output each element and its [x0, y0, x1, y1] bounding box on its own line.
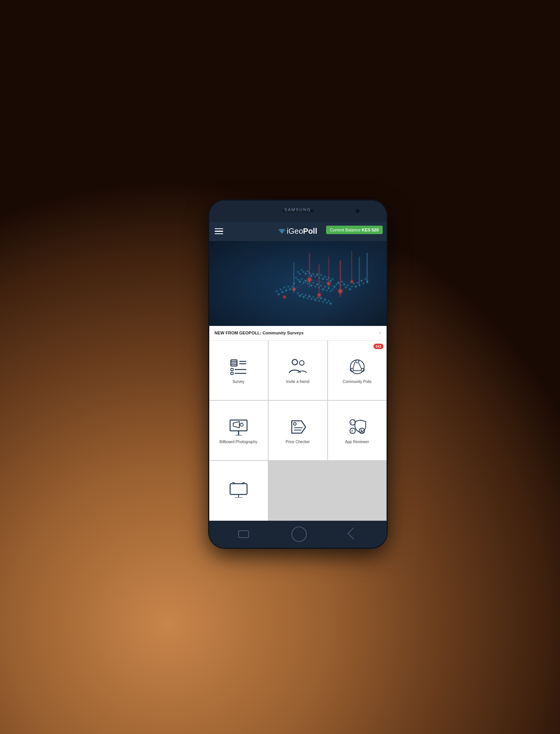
hero-banner: [209, 241, 387, 326]
grid-cell-community-polls[interactable]: 241: [328, 341, 387, 400]
svg-point-25: [305, 280, 306, 282]
balance-badge: Current Balance KES 520: [326, 226, 383, 234]
world-map-visual: [209, 241, 387, 326]
svg-point-15: [324, 276, 325, 277]
survey-icon: [229, 358, 249, 376]
svg-point-69: [299, 295, 301, 297]
app-header: iGeoPoll Current Balance KES 520: [209, 222, 387, 241]
phone-top-bezel: [209, 201, 387, 222]
svg-point-30: [314, 286, 316, 287]
svg-point-39: [332, 289, 333, 290]
svg-point-56: [365, 278, 366, 279]
news-arrow-icon: ›: [379, 330, 381, 336]
svg-point-11: [316, 274, 318, 275]
svg-point-37: [328, 287, 330, 289]
balance-label: Current Balance: [330, 228, 361, 232]
svg-point-76: [313, 296, 314, 297]
svg-text:📞: 📞: [360, 429, 365, 434]
svg-point-64: [282, 291, 283, 293]
svg-point-51: [355, 286, 357, 287]
home-button[interactable]: [291, 526, 307, 542]
svg-point-117: [299, 361, 304, 365]
svg-point-6: [307, 270, 308, 272]
svg-rect-96: [340, 260, 341, 297]
invite-icon: [288, 358, 308, 376]
grid-cell-tv[interactable]: [209, 461, 268, 520]
grid-cell-app-reviewer[interactable]: t f 📞 App Reviewer: [328, 401, 387, 460]
svg-point-19: [332, 278, 333, 279]
svg-point-62: [286, 290, 287, 291]
svg-point-85: [330, 303, 331, 304]
svg-point-20: [295, 277, 296, 278]
svg-point-33: [320, 285, 321, 286]
svg-point-63: [284, 287, 285, 288]
svg-point-21: [297, 279, 298, 280]
svg-point-9: [313, 273, 314, 274]
price-checker-label: Price Checker: [286, 439, 310, 444]
news-banner[interactable]: NEW FROM GEOPOLL: Community Surveys ›: [209, 326, 387, 341]
svg-point-119: [356, 360, 359, 363]
svg-point-8: [311, 275, 312, 277]
svg-point-50: [353, 283, 354, 284]
svg-point-84: [328, 300, 329, 301]
svg-point-74: [309, 295, 310, 297]
wifi-icon: [278, 229, 285, 234]
grid-cell-billboard[interactable]: Billboard Photography: [209, 401, 268, 460]
survey-label: Survey: [232, 379, 244, 384]
svg-point-18: [330, 280, 331, 282]
svg-point-55: [363, 283, 364, 284]
price-icon: [288, 418, 308, 436]
svg-rect-97: [351, 251, 352, 283]
billboard-label: Billboard Photography: [219, 439, 257, 444]
svg-point-13: [320, 274, 321, 275]
invite-label: Invite a friend: [286, 379, 309, 384]
svg-point-92: [283, 295, 286, 298]
svg-point-45: [343, 283, 345, 285]
polls-icon: [347, 358, 367, 376]
svg-rect-98: [293, 262, 294, 293]
svg-point-71: [303, 296, 304, 298]
grid-cell-survey[interactable]: Survey: [209, 341, 268, 400]
svg-point-77: [314, 299, 316, 300]
hamburger-menu[interactable]: [215, 228, 223, 235]
recent-apps-button[interactable]: [238, 530, 249, 538]
svg-point-70: [301, 294, 302, 295]
svg-point-75: [311, 298, 312, 299]
svg-point-4: [303, 271, 304, 272]
svg-rect-99: [359, 256, 360, 285]
svg-point-83: [326, 302, 327, 303]
svg-rect-93: [309, 253, 310, 287]
svg-point-29: [313, 282, 314, 283]
svg-point-3: [301, 269, 302, 270]
svg-text:t: t: [351, 421, 352, 425]
phone-device: SAMSUNG: [209, 201, 387, 548]
back-button[interactable]: [347, 527, 359, 539]
svg-point-16: [326, 279, 327, 280]
svg-point-41: [336, 283, 337, 285]
phone-bottom-bezel: [209, 521, 387, 548]
svg-point-81: [322, 301, 323, 302]
svg-point-65: [280, 289, 281, 290]
svg-point-60: [289, 289, 291, 290]
grid-cell-price-checker[interactable]: Price Checker: [269, 401, 327, 460]
svg-point-82: [324, 299, 326, 300]
svg-text:f: f: [351, 429, 353, 433]
balance-amount: KES 520: [362, 228, 378, 232]
svg-point-80: [320, 297, 322, 299]
svg-point-38: [330, 290, 331, 292]
grid-cell-invite[interactable]: Invite a friend: [269, 341, 327, 400]
polls-label: Community Polls: [343, 379, 372, 384]
app-logo: iGeoPoll: [278, 227, 317, 236]
svg-point-1: [297, 271, 298, 272]
phone-scene: SAMSUNG: [0, 0, 560, 734]
svg-point-52: [357, 282, 358, 283]
svg-point-26: [307, 283, 308, 284]
app-reviewer-label: App Reviewer: [345, 439, 369, 444]
svg-point-23: [301, 278, 302, 279]
svg-point-42: [338, 282, 339, 283]
svg-point-79: [318, 300, 320, 301]
svg-point-2: [299, 273, 300, 274]
phone-screen: iGeoPoll Current Balance KES 520: [209, 222, 387, 521]
svg-point-66: [278, 294, 279, 295]
svg-point-68: [297, 292, 298, 294]
